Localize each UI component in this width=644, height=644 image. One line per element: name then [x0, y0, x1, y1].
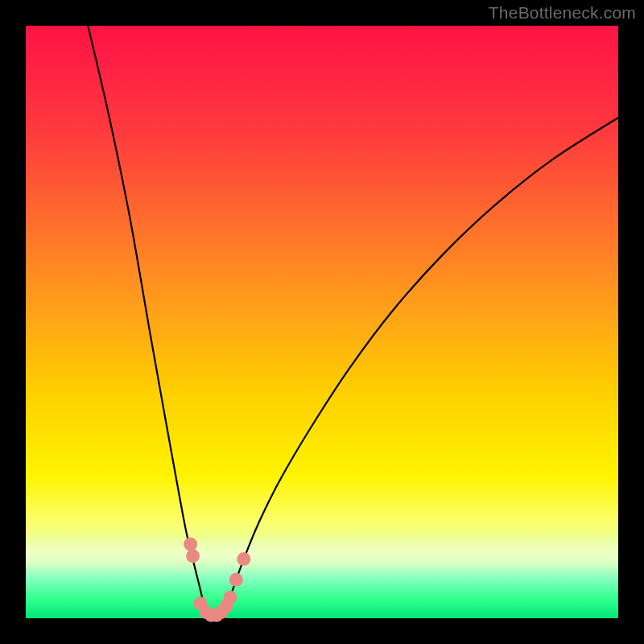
- chart-marker: [237, 552, 250, 566]
- watermark-text: TheBottleneck.com: [489, 3, 636, 23]
- curve-right-branch: [225, 118, 618, 618]
- chart-marker: [186, 549, 200, 563]
- chart-marker: [223, 591, 237, 605]
- chart-svg: [26, 26, 618, 618]
- chart-marker: [229, 573, 243, 587]
- chart-frame: TheBottleneck.com: [0, 0, 644, 644]
- chart-plot-area: [26, 26, 618, 618]
- chart-markers: [184, 538, 250, 622]
- chart-marker: [184, 538, 197, 551]
- curve-left-branch: [88, 26, 206, 618]
